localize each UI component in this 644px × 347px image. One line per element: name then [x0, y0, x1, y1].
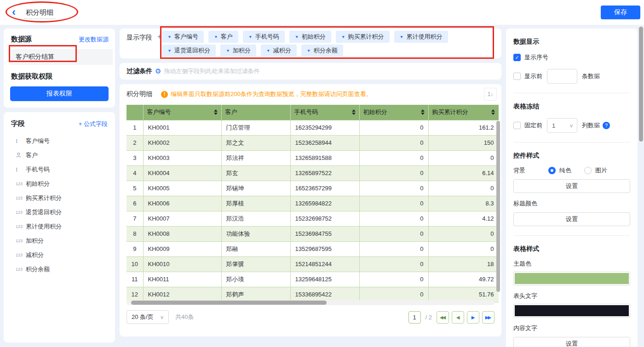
add-formula-field-link[interactable]: + 公式字段 — [79, 120, 108, 128]
table-row: 7KH0007郑汉浩1523269875204.12 — [126, 211, 499, 226]
field-item[interactable]: 123购买累计积分 — [4, 191, 115, 205]
theme-color-swatch[interactable] — [513, 272, 630, 285]
table-row: 1KH0001门店管理162352942990161.2 — [126, 120, 499, 135]
field-item[interactable]: 123积分余额 — [4, 262, 115, 276]
field-item[interactable]: 123退货退回积分 — [4, 205, 115, 219]
back-icon[interactable]: ‹ — [12, 6, 16, 17]
table-cell: 郑融 — [221, 241, 290, 256]
display-field-chip[interactable]: ▼客户 — [208, 31, 238, 43]
field-item-label: 客户 — [26, 151, 38, 159]
datasource-item[interactable]: 客户积分结算 — [9, 49, 113, 65]
field-item-label: 积分余额 — [26, 265, 50, 273]
table-cell: 15236984755 — [290, 226, 359, 241]
table-cell: 0 — [359, 241, 428, 256]
preview-notice-text: 编辑界面只取数据源前200条作为查询数据预览，完整数据请访问页面查看。 — [171, 90, 372, 98]
field-item[interactable]: I客户编号 — [4, 134, 115, 148]
column-header[interactable]: 初始积分 — [359, 105, 428, 120]
table-cell: 16235294299 — [290, 120, 359, 135]
page-title[interactable]: 积分明细 — [24, 8, 55, 19]
text-field-icon: I — [16, 166, 26, 173]
topbar: ‹ 积分明细 保存 — [0, 0, 644, 25]
table-row: 4KH0004郑玄1326589752206.14 — [126, 165, 499, 181]
content-text-set-button[interactable]: 设置 — [513, 337, 630, 347]
field-item[interactable]: I手机号码 — [4, 162, 115, 176]
sort-icon[interactable] — [421, 109, 425, 115]
chip-label: 加积分 — [233, 46, 251, 55]
gear-icon[interactable]: ⚙ — [155, 67, 161, 75]
show-first-checkbox[interactable] — [513, 73, 521, 80]
chevron-down-icon: ▼ — [167, 49, 172, 53]
column-header[interactable]: 购买累计积分 — [428, 105, 499, 120]
prev-page-button[interactable]: ◀ — [452, 311, 464, 324]
field-item[interactable]: 客户 — [4, 148, 115, 162]
help-icon[interactable]: ? — [603, 122, 610, 129]
save-button[interactable]: 保存 — [601, 6, 640, 19]
table-row: 11KH0011郑小瑛13259648125049.72 — [126, 272, 499, 287]
fix-columns-select[interactable]: 1 ∨ — [547, 118, 577, 133]
table-cell: 10 — [126, 256, 143, 272]
display-field-chip[interactable]: ▼手机号码 — [243, 31, 285, 43]
table-row: 6KH0006郑厚植1326598482208.3 — [126, 196, 499, 211]
filter-dropzone-placeholder[interactable]: 拖动左侧字段到此处来添加过滤条件 — [164, 67, 259, 75]
number-field-icon: 123 — [16, 196, 26, 200]
divider — [513, 93, 630, 93]
sort-icon[interactable] — [352, 109, 356, 115]
field-item[interactable]: 123加积分 — [4, 233, 115, 248]
image-radio[interactable] — [584, 167, 592, 174]
page-number-input[interactable] — [408, 311, 421, 324]
table-cell: 13259648125 — [290, 272, 359, 287]
field-item[interactable]: 123初始积分 — [4, 176, 115, 191]
chevron-down-icon: ▼ — [226, 49, 230, 53]
horizontal-scrollbar[interactable] — [126, 300, 494, 305]
page-scrollbar-thumb[interactable] — [639, 27, 643, 142]
show-first-count-input[interactable] — [547, 69, 577, 84]
sort-icon[interactable] — [214, 109, 218, 115]
column-header[interactable]: 客户编号 — [143, 105, 221, 120]
sort-icon[interactable] — [491, 109, 495, 115]
last-page-button[interactable]: ▶▶ — [482, 311, 494, 324]
header-text-color-swatch[interactable] — [513, 304, 630, 318]
table-row: 2KH0002郑之文152362589440150 — [126, 135, 499, 150]
fields-panel: 字段 + 公式字段 I客户编号客户I手机号码123初始积分123购买累计积分12… — [4, 112, 115, 342]
display-field-chip[interactable]: ▼积分余额 — [301, 45, 343, 57]
chip-label: 退货退回积分 — [174, 46, 210, 55]
display-field-chip[interactable]: ▼客户编号 — [162, 31, 204, 43]
add-display-field-button[interactable]: + — [157, 33, 161, 41]
table-cell: 2 — [126, 135, 143, 150]
page-size-select[interactable]: 20 条/页 ∨ — [126, 310, 169, 324]
page-count: / 2 — [426, 314, 432, 321]
title-color-set-button[interactable]: 设置 — [513, 212, 630, 226]
vertical-scrollbar-thumb[interactable] — [496, 121, 500, 292]
freeze-title: 表格冻结 — [513, 102, 630, 111]
chip-label: 累计使用积分 — [407, 33, 443, 41]
display-field-chip[interactable]: ▼加积分 — [220, 45, 256, 57]
change-datasource-link[interactable]: 更改数据源 — [79, 35, 109, 44]
display-field-chip[interactable]: ▼累计使用积分 — [394, 31, 448, 43]
table-cell: 13265891588 — [290, 150, 359, 165]
chevron-down-icon: ▼ — [295, 35, 299, 39]
display-field-chip[interactable]: ▼退货退回积分 — [162, 45, 216, 57]
first-page-button[interactable]: ◀◀ — [437, 311, 449, 324]
chevron-down-icon: ▼ — [341, 35, 345, 39]
next-page-button[interactable]: ▶ — [467, 311, 479, 324]
table-cell: 4 — [126, 165, 143, 181]
report-permission-button[interactable]: 报表权限 — [10, 86, 109, 101]
field-item[interactable]: 123减积分 — [4, 248, 115, 262]
widget-style-title: 控件样式 — [513, 152, 630, 160]
display-field-chip[interactable]: ▼减积分 — [261, 45, 297, 57]
table-panel: 积分明细 ! 编辑界面只取数据源前200条作为查询数据预览，完整数据请访问页面查… — [120, 84, 501, 336]
column-header[interactable]: 手机号码 — [290, 105, 359, 120]
datasource-title: 数据源 — [11, 35, 32, 44]
sort-order-icon[interactable]: 1↓ — [484, 88, 497, 101]
solid-color-radio[interactable] — [548, 167, 556, 174]
background-set-button[interactable]: 设置 — [513, 179, 630, 193]
display-field-chip[interactable]: ▼购买累计积分 — [336, 31, 390, 43]
table-cell: 18 — [428, 256, 499, 272]
horizontal-scrollbar-thumb[interactable] — [131, 301, 327, 305]
fix-columns-checkbox[interactable] — [513, 122, 521, 129]
table-cell: 郑锡坤 — [221, 181, 290, 196]
field-item[interactable]: 123累计使用积分 — [4, 219, 115, 233]
show-index-checkbox[interactable]: ✓ — [513, 54, 521, 61]
table-cell: 16523657299 — [290, 181, 359, 196]
display-field-chip[interactable]: ▼初始积分 — [289, 31, 331, 43]
